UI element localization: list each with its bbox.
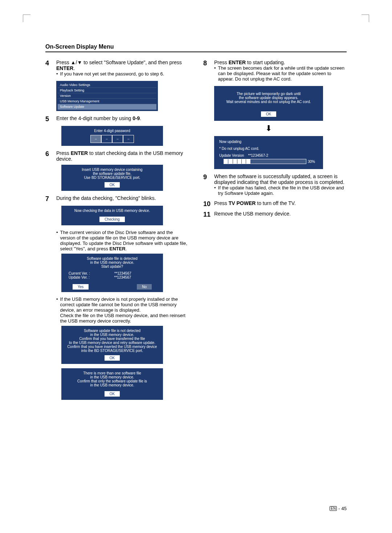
detect-l2: in the USB memory device.: [64, 261, 160, 265]
page-footer: EN - 45: [330, 506, 347, 511]
step-10-text: Press TV POWER to turn off the TV.: [214, 200, 347, 208]
step-10-number: 10: [203, 200, 211, 208]
menu-item-usb: USB Memory Management: [58, 99, 156, 104]
detect-l1: Software update file is detected: [64, 257, 160, 261]
step-5-text: Enter the 4-digit number by using 0-9.: [56, 115, 189, 123]
insert-ok-button: OK: [104, 182, 120, 188]
step-4-b: to select "Software Update", and then pr…: [82, 60, 182, 65]
step-8-b: to start updating.: [246, 60, 285, 65]
pw-digit-3: –: [112, 135, 123, 143]
up-down-icon: ▲/▼: [71, 60, 82, 65]
menu-item-software-update: Software Update: [58, 104, 156, 110]
step-9-body: When the software is successfully update…: [214, 173, 344, 185]
error-multiple-files-panel: There is more than one software file in …: [61, 368, 163, 400]
err2-l3: Confirm that only the software update fi…: [64, 379, 160, 383]
update-ver-label: Update Ver. :: [69, 275, 90, 279]
page-title: On-Screen Display Menu: [45, 44, 347, 50]
step-9-bullet: If the update has failed, check the file…: [218, 185, 347, 196]
no-button: No: [136, 284, 152, 290]
step-6-number: 6: [45, 150, 53, 162]
upd-ver-value: **1234567-2: [248, 153, 269, 157]
footer-lang: EN: [330, 506, 337, 511]
step-4-a: Press: [56, 60, 71, 65]
err2-ok-button: OK: [104, 391, 120, 397]
err1-l6: into the BD STORAGE/SERVICE port.: [64, 349, 160, 353]
upd-l1: Now updating: [219, 140, 319, 144]
step-4-number: 4: [45, 60, 53, 78]
step-5-b: .: [140, 115, 141, 121]
title-rule: [45, 52, 347, 52]
yes-button: Yes: [72, 284, 89, 290]
crop-mark-tr: [362, 15, 369, 22]
step-8-enter: ENTER: [229, 60, 246, 65]
err1-l2: in the USB memory device.: [64, 333, 160, 337]
password-panel: Enter 4-digit password – – – –: [61, 126, 163, 146]
error-not-detected-panel: Software update file is not detected in …: [61, 326, 163, 364]
progress-percent: 30%: [308, 160, 315, 164]
bullet-dot: •: [56, 230, 58, 251]
step-8-bullet: The screen becomes dark for a while unti…: [218, 65, 347, 82]
current-ver-value: **1234567: [114, 271, 131, 275]
crop-mark-tl: [23, 15, 30, 22]
s7-note-b: .: [126, 246, 127, 251]
err1-l3: Confirm that you have transferred the fi…: [64, 337, 160, 341]
dark-ok-button: OK: [261, 111, 277, 117]
step-4-bullet: If you have not yet set the password, go…: [60, 71, 164, 77]
dark-screen-panel: The picture will temporarily go dark unt…: [214, 86, 323, 121]
step-8-number: 8: [203, 60, 211, 83]
footer-sep: -: [338, 506, 340, 511]
pw-digit-1: –: [90, 135, 101, 143]
step-4-enter: ENTER: [56, 65, 73, 71]
current-ver-label: Current Ver. :: [69, 271, 90, 275]
menu-item-version: Version: [58, 93, 156, 99]
step-4-text: Press ▲/▼ to select "Software Update", a…: [56, 60, 189, 78]
bullet-dot: •: [214, 185, 216, 196]
now-updating-panel: Now updating * Do not unplug AC cord. Up…: [214, 136, 323, 169]
menu-item-av: Audio Video Settings: [58, 82, 156, 88]
step-9-text: When the software is successfully update…: [214, 173, 347, 197]
menu-item-playback: Playback Setting: [58, 88, 156, 93]
step-7-number: 7: [45, 195, 53, 203]
arrow-down-icon: ⬇: [214, 124, 323, 133]
step-7-error-note: If the USB memory device is not properly…: [60, 296, 189, 324]
step-6-a: Press: [56, 150, 71, 156]
err2-l2: in the USB memory device.: [64, 375, 160, 379]
pw-title: Enter 4-digit password: [64, 129, 160, 133]
update-ver-value: **1234567: [114, 275, 131, 279]
pw-digit-2: –: [101, 135, 112, 143]
step-10-a: Press: [214, 200, 229, 206]
step-11-text: Remove the USB memory device.: [214, 211, 347, 218]
step-7-text: During the data checking, "Checking" bli…: [56, 195, 189, 203]
checking-panel: Now checking the data in USB memory devi…: [61, 206, 163, 225]
dark-l3: Wait several minutes and do not unplug t…: [218, 100, 319, 104]
s7-note-enter: ENTER: [110, 246, 126, 251]
footer-page-number: 45: [342, 506, 347, 511]
step-5-a: Enter the 4-digit number by using: [56, 115, 132, 121]
err1-l4: to the USB memory device and retry softw…: [64, 341, 160, 345]
menu-panel: Audio Video Settings Playback Setting Ve…: [56, 81, 158, 111]
dark-l1: The picture will temporarily go dark unt…: [218, 92, 319, 96]
insert-usb-panel: Insert USB memory device containing the …: [61, 165, 163, 191]
step-4-c: .: [73, 65, 75, 71]
progress-bar: [224, 159, 306, 164]
err2-l1: There is more than one software file: [64, 371, 160, 375]
step-9-number: 9: [203, 173, 211, 197]
insert-l3: Use BD STORAGE/SERVICE port.: [64, 176, 160, 180]
step-5-number: 5: [45, 115, 53, 123]
err-note-a: If the USB memory device is not properly…: [60, 296, 178, 313]
step-5-range: 0-9: [132, 115, 140, 121]
err1-l5: Confirm that you have inserted the USB m…: [64, 345, 160, 349]
upd-ver-label: Update Version: [219, 153, 244, 157]
checking-l1: Now checking the data in USB memory devi…: [64, 209, 160, 213]
err-note-b: Check the file on the USB memory device,…: [60, 313, 185, 324]
upd-l2: * Do not unplug AC cord.: [219, 147, 319, 151]
step-6-enter: ENTER: [71, 150, 88, 156]
bullet-dot: •: [56, 71, 58, 77]
insert-l1: Insert USB memory device containing: [64, 168, 160, 172]
dark-l2: the software update display appears.: [218, 96, 319, 100]
step-11-number: 11: [203, 211, 211, 218]
step-10-b: to turn off the TV.: [256, 200, 295, 206]
checking-button: Checking: [99, 216, 125, 222]
err1-l1: Software update file is not detected: [64, 329, 160, 333]
bullet-dot: •: [214, 65, 216, 82]
